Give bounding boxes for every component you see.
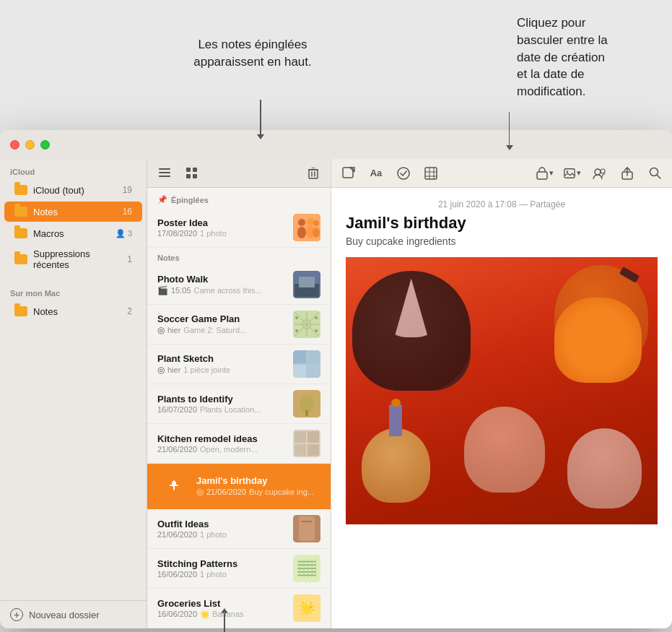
table-button[interactable] bbox=[422, 165, 440, 182]
note-item-kitchen[interactable]: Kitchen remodel ideas 21/06/2020 Open, m… bbox=[147, 424, 331, 464]
note-text: Outfit Ideas 21/06/2020 1 photo bbox=[157, 519, 287, 539]
note-thumbnail bbox=[293, 214, 320, 241]
note-title: Groceries List bbox=[157, 598, 287, 609]
note-detail-image bbox=[346, 257, 658, 524]
plant-sketch-thumb bbox=[293, 350, 320, 378]
pin-button[interactable] bbox=[157, 469, 191, 503]
note-detail-title: Jamil's birthday bbox=[346, 214, 658, 233]
media-button[interactable]: ▾ bbox=[564, 165, 581, 182]
svg-rect-69 bbox=[425, 168, 437, 179]
sidebar-badge-macros: 👤3 bbox=[115, 229, 132, 238]
svg-rect-74 bbox=[537, 172, 547, 179]
note-preview: 1 photo bbox=[200, 229, 227, 238]
note-meta-line: ◎ hier Game 2: Saturd... bbox=[157, 325, 287, 335]
grid-view-icon bbox=[186, 168, 198, 179]
note-text: Photo Walk 🎬 15:05 Came across this... bbox=[157, 274, 287, 295]
svg-rect-3 bbox=[186, 168, 191, 172]
sidebar-item-icloud-all[interactable]: iCloud (tout) 19 bbox=[4, 180, 142, 200]
svg-point-15 bbox=[307, 218, 314, 225]
table-icon bbox=[424, 167, 437, 180]
compose-button[interactable] bbox=[340, 165, 357, 182]
sidebar-badge: 19 bbox=[121, 185, 132, 195]
note-preview: 1 photo bbox=[200, 570, 227, 579]
note-item-groceries[interactable]: Groceries List 16/06/2020 🌟 Bananas 🌟 bbox=[147, 589, 331, 628]
toolbar-right: ▾ ▾ bbox=[536, 165, 663, 182]
grid-view-button[interactable] bbox=[182, 163, 202, 183]
person-icon: 👤 bbox=[115, 229, 126, 238]
svg-rect-7 bbox=[309, 170, 318, 178]
search-button[interactable] bbox=[646, 165, 663, 182]
note-item-plant-sketch[interactable]: Plant Sketch ◎ hier 1 pièce jointe bbox=[147, 345, 331, 384]
note-preview: Came across this... bbox=[194, 286, 262, 295]
note-title: Kitchen remodel ideas bbox=[157, 433, 287, 444]
trash-button[interactable] bbox=[303, 163, 323, 183]
note-preview: 1 photo bbox=[200, 530, 227, 539]
svg-point-28 bbox=[295, 316, 298, 319]
note-title: Poster Idea bbox=[157, 217, 287, 228]
sidebar-mac-label: Sur mon Mac bbox=[0, 280, 147, 300]
font-button[interactable]: Aa bbox=[367, 165, 385, 182]
note-text: Plants to Identify 16/07/2020 Plants Loc… bbox=[157, 394, 287, 414]
note-preview: 1 pièce jointe bbox=[183, 365, 230, 374]
note-date: 21/06/2020 bbox=[157, 530, 197, 539]
sidebar-item-name: iCloud (tout) bbox=[33, 185, 121, 196]
svg-rect-34 bbox=[307, 350, 320, 363]
notes-list-content: 📌 Épinglées Poster Idea 17/08/2020 1 pho… bbox=[147, 188, 331, 628]
note-preview: Game 2: Saturd... bbox=[183, 326, 246, 334]
fullscreen-button[interactable] bbox=[40, 140, 50, 150]
new-folder-button[interactable]: + Nouveau dossier bbox=[0, 600, 147, 628]
svg-rect-35 bbox=[293, 365, 306, 378]
lock-button[interactable]: ▾ bbox=[536, 165, 554, 182]
note-title: Photo Walk bbox=[157, 274, 287, 285]
sidebar: iCloud iCloud (tout) 19 Notes 16 bbox=[0, 159, 147, 628]
sidebar-item-macros[interactable]: Macros 👤3 bbox=[4, 223, 142, 243]
collab-button[interactable] bbox=[591, 165, 608, 182]
note-check-icon: ◎ bbox=[196, 487, 204, 497]
sidebar-item-deletions[interactable]: Suppressions récentes 1 bbox=[4, 245, 142, 274]
minimize-button[interactable] bbox=[25, 140, 35, 150]
note-detail-panel: Aa bbox=[331, 159, 672, 628]
svg-point-13 bbox=[298, 219, 305, 226]
note-item-outfit[interactable]: Outfit Ideas 21/06/2020 1 photo bbox=[147, 509, 331, 549]
svg-point-77 bbox=[595, 169, 601, 175]
note-meta-line: 21/06/2020 Open, modern... bbox=[157, 445, 287, 454]
svg-rect-39 bbox=[305, 410, 308, 416]
search-icon bbox=[649, 167, 661, 179]
note-title: Soccer Game Plan bbox=[157, 313, 287, 324]
note-item-soccer[interactable]: Soccer Game Plan ◎ hier Game 2: Saturd..… bbox=[147, 305, 331, 345]
notes-list-toolbar bbox=[147, 159, 331, 188]
main-content: iCloud iCloud (tout) 19 Notes 16 bbox=[0, 159, 672, 628]
note-thumbnail bbox=[293, 350, 320, 378]
sidebar-item-notes-icloud[interactable]: Notes 16 bbox=[4, 202, 142, 222]
list-view-button[interactable] bbox=[154, 163, 175, 183]
compose-icon bbox=[342, 167, 355, 180]
notes-section-label: Notes bbox=[147, 248, 331, 265]
lock-icon bbox=[536, 167, 548, 180]
annotation-area: Les notes épingléesapparaissent en haut.… bbox=[0, 14, 672, 632]
svg-rect-5 bbox=[186, 174, 191, 178]
svg-point-29 bbox=[315, 316, 318, 319]
note-item-photo-walk[interactable]: Photo Walk 🎬 15:05 Came across this... bbox=[147, 265, 331, 305]
note-title: Plants to Identify bbox=[157, 394, 287, 404]
checklist-icon bbox=[397, 167, 410, 180]
note-item-plants[interactable]: Plants to Identify 16/07/2020 Plants Loc… bbox=[147, 384, 331, 424]
new-folder-label: Nouveau dossier bbox=[29, 610, 100, 620]
note-title: Outfit Ideas bbox=[157, 519, 287, 529]
close-button[interactable] bbox=[10, 140, 19, 150]
share-button[interactable] bbox=[619, 165, 636, 182]
note-item-stitching[interactable]: Stitching Patterns 16/06/2020 1 photo bbox=[147, 549, 331, 589]
note-meta-line: 17/08/2020 1 photo bbox=[157, 229, 287, 238]
checklist-button[interactable] bbox=[395, 165, 412, 182]
note-detail-toolbar: Aa bbox=[331, 159, 672, 188]
note-item-poster[interactable]: Poster Idea 17/08/2020 1 photo bbox=[147, 208, 331, 248]
sidebar-item-name: Notes bbox=[33, 306, 121, 317]
note-text: Poster Idea 17/08/2020 1 photo bbox=[157, 217, 287, 238]
svg-point-76 bbox=[567, 170, 569, 173]
note-date: 21/06/2020 bbox=[157, 445, 197, 454]
note-preview: Plants Location... bbox=[200, 405, 261, 414]
svg-rect-2 bbox=[159, 176, 170, 177]
note-item-jamil[interactable]: Jamil's birthday ◎ 21/06/2020 Buy cupcak… bbox=[147, 464, 331, 509]
note-detail-content: 21 juin 2020 à 17:08 — Partagée Jamil's … bbox=[331, 188, 672, 628]
sidebar-item-notes-mac[interactable]: Notes 2 bbox=[4, 301, 142, 321]
sidebar-item-name: Notes bbox=[33, 207, 121, 217]
